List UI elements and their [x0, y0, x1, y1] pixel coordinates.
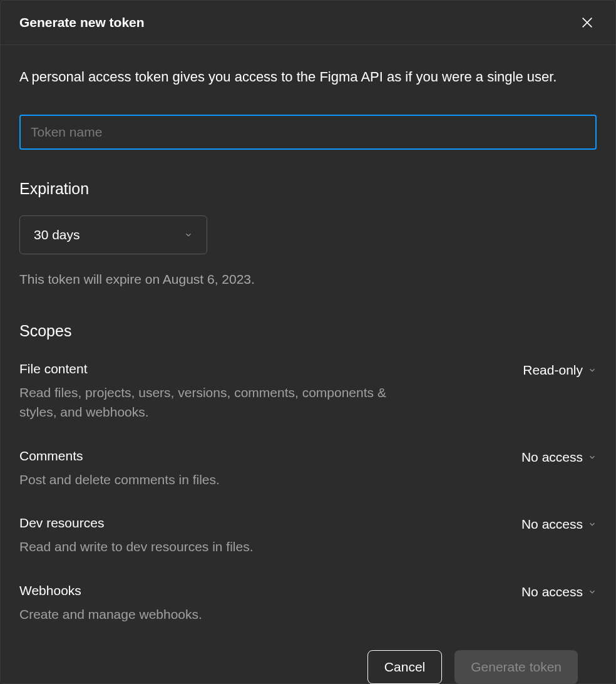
expiration-heading: Expiration: [19, 180, 597, 198]
chevron-down-icon: [184, 231, 193, 239]
modal-header: Generate new token: [1, 1, 615, 45]
scope-value: No access: [521, 584, 583, 599]
scope-access-select[interactable]: No access: [521, 448, 597, 465]
scope-access-select[interactable]: Read-only: [523, 361, 597, 378]
modal-body: A personal access token gives you access…: [1, 45, 615, 684]
scope-access-select[interactable]: No access: [521, 583, 597, 599]
scope-row-comments: Comments Post and delete comments in fil…: [19, 448, 597, 490]
chevron-down-icon: [588, 366, 597, 375]
generate-token-button[interactable]: Generate token: [454, 650, 578, 684]
scope-title: File content: [19, 361, 420, 376]
cancel-button[interactable]: Cancel: [367, 650, 442, 684]
scope-row-file-content: File content Read files, projects, users…: [19, 361, 597, 422]
scope-left: Dev resources Read and write to dev reso…: [19, 516, 420, 557]
scope-value: Read-only: [523, 363, 583, 378]
modal-title: Generate new token: [19, 15, 145, 30]
scope-access-select[interactable]: No access: [521, 516, 597, 532]
token-name-input[interactable]: [19, 115, 597, 150]
scope-row-dev-resources: Dev resources Read and write to dev reso…: [19, 516, 597, 557]
scope-value: No access: [521, 450, 583, 465]
scope-desc: Read and write to dev resources in files…: [19, 537, 420, 557]
scope-desc: Read files, projects, users, versions, c…: [19, 383, 420, 422]
scope-value: No access: [521, 517, 583, 532]
expiration-select[interactable]: 30 days: [19, 215, 207, 254]
close-button[interactable]: [578, 13, 597, 32]
close-icon: [580, 16, 594, 29]
chevron-down-icon: [588, 588, 597, 596]
scope-desc: Post and delete comments in files.: [19, 470, 420, 490]
modal-footer: Cancel Generate token: [19, 650, 597, 684]
modal-description: A personal access token gives you access…: [19, 68, 597, 87]
scope-title: Dev resources: [19, 516, 420, 531]
scope-row-webhooks: Webhooks Create and manage webhooks. No …: [19, 583, 597, 624]
chevron-down-icon: [588, 453, 597, 462]
chevron-down-icon: [588, 520, 597, 529]
scope-left: Webhooks Create and manage webhooks.: [19, 583, 420, 624]
scope-left: File content Read files, projects, users…: [19, 361, 420, 422]
generate-token-modal: Generate new token A personal access tok…: [0, 0, 616, 684]
expiration-selected-value: 30 days: [34, 227, 80, 242]
scope-desc: Create and manage webhooks.: [19, 604, 420, 624]
scope-title: Webhooks: [19, 583, 420, 598]
expiration-note: This token will expire on August 6, 2023…: [19, 272, 597, 287]
scopes-heading: Scopes: [19, 322, 597, 340]
scope-title: Comments: [19, 448, 420, 464]
scope-left: Comments Post and delete comments in fil…: [19, 448, 420, 490]
